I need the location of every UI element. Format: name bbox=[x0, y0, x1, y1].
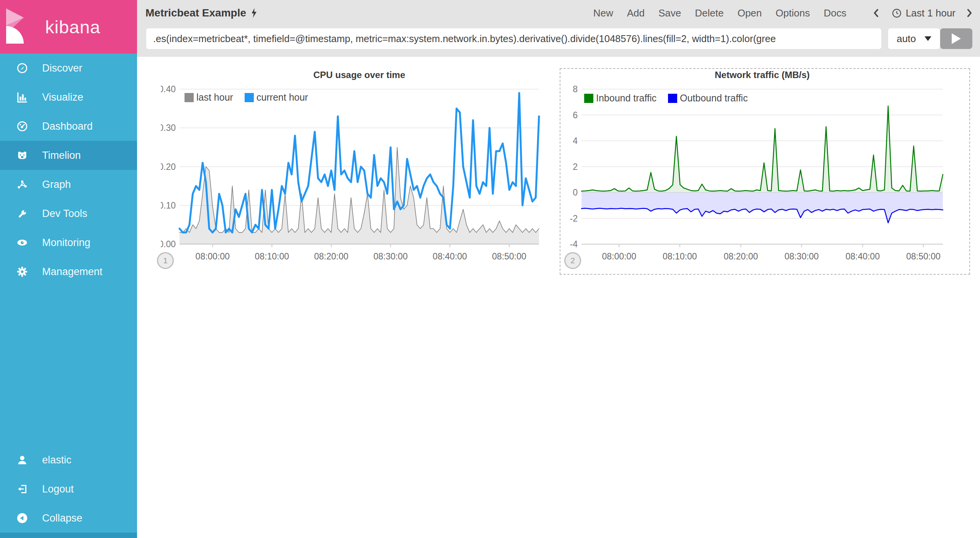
title-row: Metricbeat Example bbox=[145, 0, 258, 26]
svg-text:08:20:00: 08:20:00 bbox=[724, 251, 758, 261]
chart-legend: last hour current hour bbox=[185, 92, 320, 103]
kibana-wordmark: kibana bbox=[45, 0, 101, 54]
timelion-panel-2-selected[interactable]: Network traffic (MB/s) Inbound traffic O… bbox=[560, 68, 970, 275]
legend-swatch bbox=[245, 93, 254, 102]
sidebar-item-user-elastic[interactable]: elastic bbox=[0, 445, 137, 474]
svg-text:08:40:00: 08:40:00 bbox=[433, 251, 467, 261]
svg-text:2: 2 bbox=[573, 162, 578, 172]
panel-number-badge[interactable]: 2 bbox=[564, 252, 581, 269]
panel-number-badge[interactable]: 1 bbox=[157, 252, 174, 269]
svg-text:0.40: 0.40 bbox=[161, 84, 176, 94]
svg-text:08:10:00: 08:10:00 bbox=[255, 251, 289, 261]
svg-text:08:50:00: 08:50:00 bbox=[492, 251, 526, 261]
run-button[interactable] bbox=[940, 28, 972, 49]
svg-text:4: 4 bbox=[573, 136, 578, 146]
sidebar-item-label: Logout bbox=[42, 483, 74, 495]
sidebar-item-visualize[interactable]: Visualize bbox=[0, 83, 137, 112]
network-graph-icon bbox=[15, 179, 29, 190]
timelion-expression-input[interactable] bbox=[146, 28, 881, 49]
eye-icon bbox=[15, 237, 29, 248]
sidebar-item-label: elastic bbox=[42, 454, 72, 466]
kibana-logo-icon bbox=[6, 8, 41, 44]
delete-button[interactable]: Delete bbox=[695, 7, 724, 19]
sidebar-item-label: Dev Tools bbox=[42, 208, 87, 220]
legend-label: Inbound traffic bbox=[596, 93, 657, 104]
legend-item: last hour bbox=[185, 92, 233, 103]
svg-text:-2: -2 bbox=[570, 214, 578, 223]
sidebar-item-label: Management bbox=[42, 266, 103, 278]
sidebar-item-dashboard[interactable]: Dashboard bbox=[0, 112, 137, 141]
sidebar-nav: Discover Visualize Dashboard Timelion bbox=[0, 54, 137, 286]
sidebar-item-timelion[interactable]: Timelion bbox=[0, 141, 137, 170]
kibana-app: kibana Discover Visualize Dashboard bbox=[0, 0, 980, 538]
svg-text:08:10:00: 08:10:00 bbox=[663, 251, 697, 261]
sidebar-item-label: Monitoring bbox=[42, 237, 90, 249]
legend-swatch bbox=[584, 94, 593, 103]
clock-icon bbox=[892, 8, 902, 18]
sidebar-item-label: Discover bbox=[42, 62, 82, 74]
timelion-bear-icon bbox=[15, 150, 29, 161]
kibana-logo[interactable]: kibana bbox=[0, 0, 137, 54]
svg-text:08:30:00: 08:30:00 bbox=[784, 251, 819, 261]
sidebar-footer: elastic Logout Collapse bbox=[0, 445, 137, 533]
svg-text:08:40:00: 08:40:00 bbox=[846, 251, 880, 261]
svg-text:0.00: 0.00 bbox=[161, 239, 176, 249]
time-back-button[interactable] bbox=[872, 8, 880, 18]
sidebar-item-label: Dashboard bbox=[42, 121, 93, 132]
svg-text:08:20:00: 08:20:00 bbox=[314, 251, 348, 261]
svg-text:0.10: 0.10 bbox=[161, 201, 176, 210]
sidebar-item-logout[interactable]: Logout bbox=[0, 474, 137, 504]
svg-text:08:50:00: 08:50:00 bbox=[906, 251, 941, 261]
sidebar-item-label: Collapse bbox=[42, 512, 82, 524]
svg-text:8: 8 bbox=[573, 84, 578, 94]
compass-icon bbox=[15, 62, 29, 74]
options-button[interactable]: Options bbox=[776, 7, 810, 19]
interval-select[interactable]: auto bbox=[888, 28, 940, 49]
top-header: Metricbeat Example New Add Save Delete O… bbox=[137, 0, 980, 57]
logout-icon bbox=[15, 483, 29, 495]
legend-item: Inbound traffic bbox=[584, 93, 657, 104]
svg-text:0: 0 bbox=[573, 187, 578, 197]
legend-label: Outbound traffic bbox=[680, 93, 748, 104]
timepicker: Last 1 hour bbox=[862, 7, 974, 19]
chevron-down-icon bbox=[924, 36, 931, 41]
new-button[interactable]: New bbox=[593, 7, 613, 19]
user-icon bbox=[15, 454, 29, 466]
play-icon bbox=[952, 33, 961, 44]
open-button[interactable]: Open bbox=[737, 7, 762, 19]
time-forward-button[interactable] bbox=[965, 8, 974, 18]
collapse-icon bbox=[15, 512, 29, 524]
sidebar-item-collapse[interactable]: Collapse bbox=[0, 504, 137, 533]
legend-swatch bbox=[668, 94, 677, 103]
sidebar-item-graph[interactable]: Graph bbox=[0, 170, 137, 199]
svg-text:0.20: 0.20 bbox=[161, 162, 176, 172]
timepicker-label[interactable]: Last 1 hour bbox=[906, 7, 956, 19]
timelion-panel-1[interactable]: CPU usage over time last hour current ho… bbox=[161, 69, 551, 276]
legend-item: Outbound traffic bbox=[668, 93, 748, 104]
svg-text:08:30:00: 08:30:00 bbox=[373, 251, 408, 261]
sidebar-item-discover[interactable]: Discover bbox=[0, 54, 137, 83]
gear-icon bbox=[15, 266, 29, 277]
legend-label: last hour bbox=[196, 92, 233, 103]
sidebar-item-dev-tools[interactable]: Dev Tools bbox=[0, 199, 137, 228]
save-button[interactable]: Save bbox=[658, 7, 681, 19]
sidebar-bottom-strip bbox=[0, 533, 137, 538]
sidebar-item-label: Timelion bbox=[42, 150, 81, 161]
svg-text:08:00:00: 08:00:00 bbox=[196, 251, 230, 261]
svg-text:0.30: 0.30 bbox=[161, 123, 176, 133]
wrench-icon bbox=[15, 208, 29, 219]
page-title: Metricbeat Example bbox=[145, 7, 246, 19]
svg-text:08:00:00: 08:00:00 bbox=[602, 251, 636, 261]
content-area: CPU usage over time last hour current ho… bbox=[137, 57, 980, 538]
chart-legend: Inbound traffic Outbound traffic bbox=[584, 93, 759, 104]
sidebar-item-monitoring[interactable]: Monitoring bbox=[0, 228, 137, 257]
header-nav: New Add Save Delete Open Options Docs La… bbox=[580, 0, 974, 26]
legend-label: current hour bbox=[256, 92, 308, 103]
legend-swatch bbox=[185, 93, 194, 102]
sidebar-item-label: Visualize bbox=[42, 91, 83, 103]
sidebar-item-management[interactable]: Management bbox=[0, 257, 137, 286]
lightning-bolt-icon bbox=[251, 8, 258, 18]
gauge-icon bbox=[15, 121, 29, 132]
docs-button[interactable]: Docs bbox=[824, 7, 846, 19]
add-button[interactable]: Add bbox=[627, 7, 645, 19]
